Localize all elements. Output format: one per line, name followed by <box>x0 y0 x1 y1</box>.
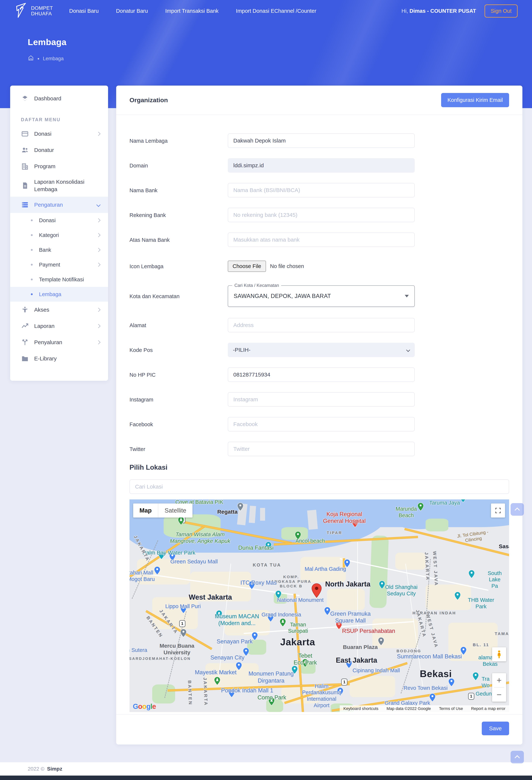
map-attribution: Keyboard shortcutsMap data ©2022 GoogleT… <box>340 705 509 712</box>
zoom-in-button[interactable]: + <box>492 673 506 687</box>
kode-pos-select[interactable]: -PILIH- <box>228 343 415 357</box>
sidebar-item-dashboard[interactable]: Dashboard <box>10 90 108 107</box>
map-urban-patch <box>152 597 198 629</box>
sidebar-item-laporan[interactable]: Laporan <box>10 318 108 334</box>
sidebar-item-program[interactable]: Program <box>10 158 108 175</box>
akses-icon <box>21 306 29 313</box>
no-hp-pic-input[interactable] <box>228 368 415 382</box>
map-urban-patch <box>205 663 259 689</box>
alamat-input[interactable] <box>228 318 415 332</box>
map-attribution-item[interactable]: Terms of Use <box>439 706 463 711</box>
bullet-icon <box>31 234 33 236</box>
google-map[interactable]: Map Satellite + − Google Keyboard shortc… <box>129 499 509 712</box>
twitter-input[interactable] <box>228 442 415 456</box>
chevron-down-icon <box>406 348 410 352</box>
choose-file-button[interactable]: Choose File <box>228 261 266 272</box>
sidebar-subitem-template-notifikasi[interactable]: Template Notifikasi <box>10 272 108 287</box>
map-pier <box>260 508 265 521</box>
kota-floating-label: Cari Kota / Kecamatan <box>232 283 281 288</box>
rekening-bank-input[interactable] <box>228 208 415 222</box>
map-label: East Jakarta <box>336 656 377 665</box>
map-urban-patch <box>190 572 251 601</box>
breadcrumb: Lembaga <box>28 55 532 62</box>
map-urban-patch <box>395 553 426 570</box>
footer-brand[interactable]: Simpz <box>47 766 62 772</box>
breadcrumb-item[interactable]: Lembaga <box>43 56 64 61</box>
report-file-icon <box>21 182 29 189</box>
map-pin <box>295 531 301 540</box>
map-pin <box>280 618 286 628</box>
cari-lokasi-input[interactable] <box>129 480 509 494</box>
sidebar-subitem-bank[interactable]: Bank <box>10 243 108 257</box>
nav-item-import-transaksi-bank[interactable]: Import Transaksi Bank <box>165 8 219 14</box>
map-pin <box>455 592 461 601</box>
sidebar-item-akses[interactable]: Akses <box>10 302 108 318</box>
sidebar-item-donasi[interactable]: Donasi <box>10 126 108 142</box>
instagram-input[interactable] <box>228 392 415 407</box>
kota-selected-value: SAWANGAN, DEPOK, JAWA BARAT <box>234 293 331 299</box>
map-pin <box>267 614 274 623</box>
map-pin <box>344 559 350 568</box>
map-button[interactable]: Map <box>133 503 158 518</box>
sidebar-item-laporan-konsolidasi[interactable]: Laporan Konsolidasi Lembaga <box>10 175 108 197</box>
breadcrumb-separator <box>38 58 39 59</box>
pilih-lokasi-title: Pilih Lokasi <box>129 464 509 471</box>
sidebar-item-pengaturan[interactable]: Pengaturan <box>10 197 108 213</box>
konfigurasi-kirim-email-button[interactable]: Konfigurasi Kirim Email <box>441 93 509 107</box>
map-location-marker[interactable] <box>312 583 322 598</box>
chevron-right-icon <box>96 248 101 252</box>
kode-pos-value: -PILIH- <box>233 347 251 353</box>
domain-label: Domain <box>129 162 228 169</box>
brand-logo[interactable]: DOMPETDHUAFA <box>14 3 53 19</box>
sidebar-subitem-lembaga[interactable]: Lembaga <box>10 287 108 302</box>
map-pin <box>180 605 187 614</box>
facebook-input[interactable] <box>228 417 415 431</box>
sign-out-button[interactable]: Sign Out <box>484 4 518 17</box>
chevron-right-icon <box>96 263 101 267</box>
pegman-control[interactable] <box>492 647 506 661</box>
chevron-right-icon <box>96 233 101 237</box>
nav-item-donatur-baru[interactable]: Donatur Baru <box>116 8 148 14</box>
map-attribution-item[interactable]: Keyboard shortcuts <box>343 706 378 711</box>
sidebar-item-elibrary[interactable]: E-Library <box>10 350 108 367</box>
domain-input <box>228 158 415 173</box>
sidebar-subitem-donasi[interactable]: Donasi <box>10 213 108 228</box>
map-pin: H <box>352 519 358 528</box>
sidebar-item-donatur[interactable]: Donatur <box>10 142 108 158</box>
scroll-to-top-button[interactable] <box>511 503 524 516</box>
zoom-out-button[interactable]: − <box>492 688 506 701</box>
map-attribution-item[interactable]: Report a map error <box>471 706 506 711</box>
map-label: Senayan City <box>210 654 245 661</box>
map-park <box>281 527 308 540</box>
nama-bank-input[interactable] <box>228 183 415 197</box>
nav-item-donasi-baru[interactable]: Donasi Baru <box>69 8 99 14</box>
sidebar-subitem-kategori[interactable]: Kategori <box>10 228 108 243</box>
nav-item-import-donasi-echannel[interactable]: Import Donasi EChannel /Counter <box>236 8 316 14</box>
map-pin <box>236 662 242 671</box>
chevron-right-icon <box>96 218 101 223</box>
map-pier <box>307 510 318 530</box>
kota-kecamatan-select[interactable]: Cari Kota / Kecamatan SAWANGAN, DEPOK, J… <box>228 285 415 307</box>
top-navbar: DOMPETDHUAFA Donasi Baru Donatur Baru Im… <box>0 0 532 22</box>
map-pin <box>291 666 298 675</box>
fullscreen-button[interactable] <box>491 503 505 518</box>
chevron-right-icon <box>96 340 101 345</box>
map-label: WEST JAVA <box>432 551 439 586</box>
map-pin <box>216 610 222 619</box>
sidebar-item-penyaluran[interactable]: Penyaluran <box>10 334 108 350</box>
sidebar-subitem-payment[interactable]: Payment <box>10 257 108 272</box>
save-button[interactable]: Save <box>482 722 509 735</box>
map-pier <box>249 505 256 523</box>
map-label: n Sutera <box>129 647 147 653</box>
home-icon[interactable] <box>28 55 34 62</box>
scroll-to-top-button[interactable] <box>511 751 524 763</box>
nama-lembaga-input[interactable] <box>228 134 415 148</box>
elibrary-folder-icon <box>21 355 29 362</box>
svg-text:H: H <box>354 520 356 524</box>
map-pin <box>337 687 343 697</box>
arrow-up-icon <box>515 755 520 761</box>
satellite-button[interactable]: Satellite <box>158 503 193 518</box>
atas-nama-bank-input[interactable] <box>228 233 415 247</box>
pengaturan-icon <box>21 201 29 209</box>
bullet-icon <box>31 279 33 280</box>
